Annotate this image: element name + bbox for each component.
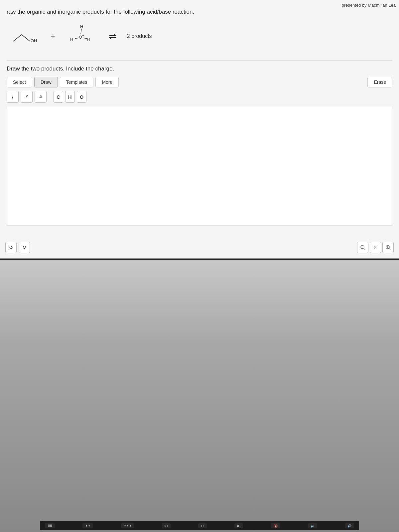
templates-button[interactable]: Templates <box>60 77 94 87</box>
tb-f4[interactable]: ⠿⠿ <box>45 523 55 528</box>
laptop-body: MacBook Pro $ R F V ⠿⠿ ✦✦ ✦✦✦ ⏮ ⏯ ⏭ 🔇 🔉 <box>0 260 399 532</box>
tb-f12[interactable]: 🔊 <box>345 523 354 528</box>
double-bond-icon: // <box>26 94 28 99</box>
single-bond-icon: / <box>12 94 13 100</box>
svg-text:OH: OH <box>31 38 37 43</box>
oxygen-atom-tool[interactable]: O <box>77 91 87 103</box>
svg-line-6 <box>81 29 81 34</box>
tb-f7-icon: ⏮ <box>165 524 168 528</box>
svg-text:H: H <box>80 24 83 29</box>
svg-line-12 <box>364 248 365 250</box>
tb-f10[interactable]: 🔇 <box>271 523 280 528</box>
triple-bond-icon: /// <box>39 94 42 99</box>
erase-button[interactable]: Erase <box>367 77 392 87</box>
tb-f5[interactable]: ✦✦ <box>82 523 93 528</box>
tb-f9-icon: ⏭ <box>237 524 240 528</box>
carbon-atom-tool[interactable]: C <box>54 91 63 103</box>
question-text: raw the organic and inorganic products f… <box>7 9 392 15</box>
draw-button[interactable]: Draw <box>34 77 58 87</box>
separator <box>50 92 50 101</box>
zoom-out-icon <box>360 245 365 250</box>
draw-instruction: Draw the two products. Include the charg… <box>7 61 392 72</box>
oxygen-label: O <box>80 94 84 100</box>
triple-bond-tool[interactable]: /// <box>35 91 47 103</box>
svg-line-1 <box>22 35 30 41</box>
reactant-1-molecule: OH <box>10 23 43 50</box>
more-button[interactable]: More <box>95 77 119 87</box>
presented-by-label: presented by Macmillan Lea <box>341 3 396 8</box>
tb-f11[interactable]: 🔉 <box>308 523 317 528</box>
tb-f11-icon: 🔉 <box>311 524 315 528</box>
carbon-label: C <box>57 94 60 100</box>
svg-line-10 <box>83 38 87 39</box>
svg-line-15 <box>389 248 390 250</box>
hydrogen-atom-tool[interactable]: H <box>65 91 75 103</box>
zoom-level: 2 <box>370 242 381 253</box>
undo-button[interactable]: ↺ <box>5 242 17 253</box>
zoom-in-icon <box>385 245 391 250</box>
hydrogen-label: H <box>68 94 72 100</box>
drawing-tools: / // /// C H O <box>7 91 392 103</box>
select-button[interactable]: Select <box>7 77 32 87</box>
tb-f10-icon: 🔇 <box>274 524 278 528</box>
redo-button[interactable]: ↻ <box>19 242 30 253</box>
zoom-out-button[interactable] <box>357 242 368 253</box>
draw-canvas[interactable] <box>7 106 392 226</box>
tb-f12-icon: 🔊 <box>347 524 351 528</box>
products-label: 2 products <box>127 33 152 39</box>
reaction-arrow: ⇌ <box>109 31 115 42</box>
touchbar: ⠿⠿ ✦✦ ✦✦✦ ⏮ ⏯ ⏭ 🔇 🔉 🔊 <box>40 521 359 530</box>
redo-icon: ↻ <box>22 244 27 250</box>
tb-f6[interactable]: ✦✦✦ <box>121 523 134 528</box>
svg-line-0 <box>13 35 22 41</box>
svg-text:+: + <box>82 34 84 37</box>
double-bond-tool[interactable]: // <box>21 91 33 103</box>
svg-text:H: H <box>87 37 90 42</box>
undo-icon: ↺ <box>9 244 13 250</box>
tb-f4-icon: ⠿⠿ <box>48 524 52 528</box>
tb-f7[interactable]: ⏮ <box>162 523 171 528</box>
reaction-area: OH + O + H H H ⇌ 2 products <box>10 21 392 51</box>
screen: presented by Macmillan Lea raw the organ… <box>0 0 399 259</box>
zoom-controls: 2 <box>357 242 394 253</box>
bottom-controls: ↺ ↻ <box>5 242 30 253</box>
svg-text:O: O <box>79 35 82 40</box>
tb-f5-icon: ✦✦ <box>85 524 90 528</box>
svg-line-8 <box>75 38 79 39</box>
plus-sign: + <box>51 32 55 41</box>
zoom-in-button[interactable] <box>382 242 394 253</box>
reactant-2-molecule: O + H H H <box>63 21 99 51</box>
single-bond-tool[interactable]: / <box>7 91 19 103</box>
toolbar: Select Draw Templates More Erase <box>7 77 392 87</box>
tb-f9[interactable]: ⏭ <box>234 523 243 528</box>
tb-f6-icon: ✦✦✦ <box>124 524 132 528</box>
question-content: raw the organic and inorganic products f… <box>7 9 194 15</box>
tb-f8-icon: ⏯ <box>201 524 204 528</box>
svg-text:H: H <box>70 37 73 42</box>
tb-f8[interactable]: ⏯ <box>198 523 207 528</box>
